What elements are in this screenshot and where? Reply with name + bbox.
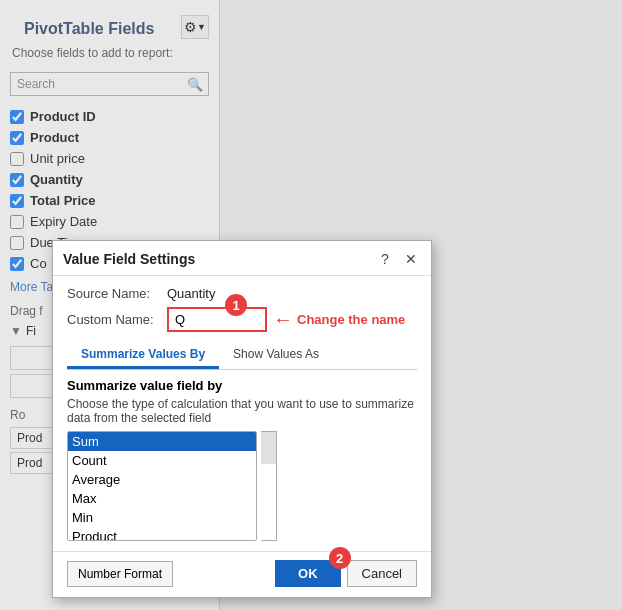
annotation-text: Change the name (297, 312, 405, 327)
listbox-option-max[interactable]: Max (68, 489, 256, 508)
tab-summarize-values-by[interactable]: Summarize Values By (67, 342, 219, 369)
dialog-titlebar-buttons: ? ✕ (375, 249, 421, 269)
listbox-option-min[interactable]: Min (68, 508, 256, 527)
value-field-settings-dialog: Value Field Settings ? ✕ Source Name: Qu… (52, 240, 432, 598)
dialog-titlebar: Value Field Settings ? ✕ (53, 241, 431, 276)
badge-2: 2 (329, 547, 351, 569)
tab-row: Summarize Values By Show Values As (67, 342, 417, 370)
annotation-arrow-icon: ← (273, 308, 293, 331)
listbox-option-product[interactable]: Product (68, 527, 256, 541)
dialog-footer: Number Format 2 OK Cancel (53, 551, 431, 597)
listbox-container: SumCountAverageMaxMinProduct (67, 431, 417, 541)
tab-show-values-as[interactable]: Show Values As (219, 342, 333, 369)
listbox-option-sum[interactable]: Sum (68, 432, 256, 451)
dialog-title: Value Field Settings (63, 251, 195, 267)
custom-name-label: Custom Name: (67, 312, 167, 327)
dialog-close-button[interactable]: ✕ (401, 249, 421, 269)
calculation-listbox[interactable]: SumCountAverageMaxMinProduct (67, 431, 257, 541)
summarize-heading: Summarize value field by (67, 378, 417, 393)
dialog-help-button[interactable]: ? (375, 249, 395, 269)
listbox-option-count[interactable]: Count (68, 451, 256, 470)
listbox-option-average[interactable]: Average (68, 470, 256, 489)
source-name-value: Quantity (167, 286, 215, 301)
custom-name-input[interactable] (167, 307, 267, 332)
cancel-button[interactable]: Cancel (347, 560, 417, 587)
listbox-scrollbar[interactable] (261, 431, 277, 541)
badge-1: 1 (225, 294, 247, 316)
footer-right-buttons: 2 OK Cancel (275, 560, 417, 587)
number-format-button[interactable]: Number Format (67, 561, 173, 587)
source-name-label: Source Name: (67, 286, 167, 301)
dialog-body: Source Name: Quantity Custom Name: 1 ← C… (53, 276, 431, 551)
summarize-desc: Choose the type of calculation that you … (67, 397, 417, 425)
